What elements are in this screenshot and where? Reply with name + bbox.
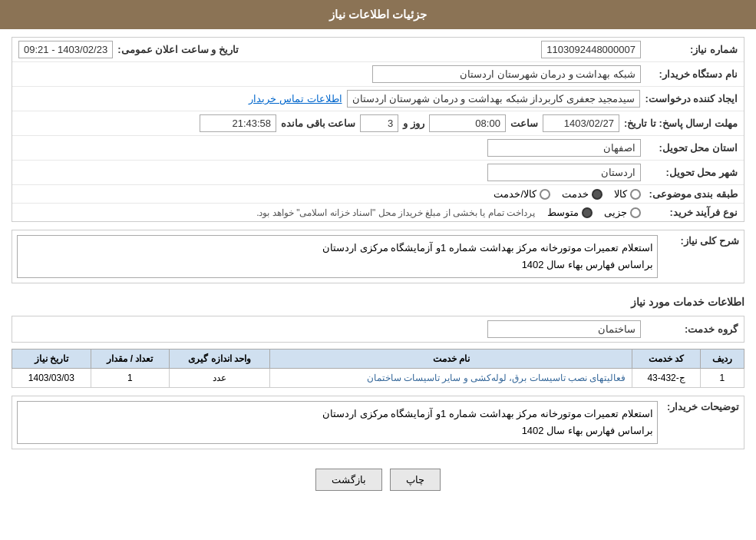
cell-kod-khadamat: ج-432-43 (632, 369, 700, 388)
ijad-konande-label: ایجاد کننده درخواست: (645, 93, 738, 104)
radio-motavas-label: متوسط (547, 207, 579, 218)
radio-khadamat-circle (592, 189, 602, 200)
tarikh-value: 1403/02/23 - 09:21 (18, 41, 113, 58)
table-row: 1 ج-432-43 فعالیتهای نصب تاسیسات برق، لو… (12, 369, 744, 388)
sharh-koli-line2: براساس فهارس بهاء سال 1402 (21, 257, 653, 273)
button-row: چاپ بازگشت (12, 457, 744, 502)
row-shahr: شهر محل تحویل: اردستان (12, 161, 744, 185)
tarikh-label: تاریخ و ساعت اعلان عمومی: (117, 44, 239, 55)
radio-jozii: جزیی (604, 207, 641, 218)
tabeband-label: طبقه بندی موضوعی: (645, 188, 738, 200)
row-namdastgah: نام دستگاه خریدار: شبکه بهداشت و درمان ش… (12, 62, 744, 87)
main-content: شماره نیاز: 1103092448000007 تاریخ و ساع… (0, 29, 756, 510)
table-header-row: ردیف کد خدمت نام خدمت واحد اندازه گیری ت… (12, 350, 744, 369)
radio-motavas: متوسط (547, 207, 593, 218)
radio-jozii-label: جزیی (604, 207, 627, 218)
mohlat-label: مهلت ارسال پاسخ: تا تاریخ: (624, 118, 738, 129)
radio-kala-khadamat-circle (540, 189, 550, 200)
noe-farayand-label: نوع فرآیند خرید: (645, 207, 738, 218)
row-mohlat: مهلت ارسال پاسخ: تا تاریخ: 1403/02/27 سا… (12, 111, 744, 136)
radio-khadamat-label: خدمت (562, 188, 589, 200)
shahr-label: شهر محل تحویل: (645, 167, 738, 178)
row-shomare-tarikh: شماره نیاز: 1103092448000007 تاریخ و ساع… (12, 38, 744, 62)
row-tabeband: طبقه بندی موضوعی: کالا خدمت کالا/خدمت (12, 185, 744, 204)
cell-tarikh: 1403/03/03 (12, 369, 91, 388)
page-wrapper: جزئیات اطلاعات نیاز شماره نیاز: 11030924… (0, 0, 756, 540)
services-table: ردیف کد خدمت نام خدمت واحد اندازه گیری ت… (12, 349, 744, 388)
radio-kala: کالا (614, 188, 641, 200)
cell-nam-khadamat: فعالیتهای نصب تاسیسات برق، لوله‌کشی و سا… (270, 369, 632, 388)
rooz-label: روز و (403, 118, 424, 129)
radio-kala-khadamat: کالا/خدمت (494, 188, 550, 200)
col-vahed: واحد اندازه گیری (170, 350, 270, 369)
col-kod-khadamat: کد خدمت (632, 350, 700, 369)
tozihat-section: توضیحات خریدار: استعلام تعمیرات موتورخان… (12, 396, 744, 449)
col-tedad: تعداد / مقدار (91, 350, 169, 369)
col-tarikh: تاریخ نیاز (12, 350, 91, 369)
tozihat-line2: براساس فهارس بهاء سال 1402 (21, 422, 653, 439)
noe-farayand-note: پرداخت تمام یا بخشی از مبلغ خریداز محل "… (256, 207, 535, 218)
radio-jozii-circle (630, 207, 641, 218)
mohlat-saat: 08:00 (429, 114, 506, 132)
page-header: جزئیات اطلاعات نیاز (0, 0, 756, 29)
sharh-koli-value: استعلام تعمیرات موتورخانه مرکز بهداشت شم… (17, 235, 658, 278)
services-table-section: ردیف کد خدمت نام خدمت واحد اندازه گیری ت… (12, 349, 744, 388)
cell-vahed: عدد (170, 369, 270, 388)
tozihat-line1: استعلام تعمیرات موتورخانه مرکز بهداشت شم… (21, 406, 653, 422)
noe-farayand-radio-group: جزیی متوسط (547, 207, 641, 218)
ijad-konande-link[interactable]: اطلاعات تماس خریدار (249, 93, 342, 104)
shahr-value: اردستان (487, 164, 641, 181)
col-radif: ردیف (700, 350, 744, 369)
sharh-koli-section: شرح کلی نیاز: استعلام تعمیرات موتورخانه … (12, 230, 744, 283)
page-title: جزئیات اطلاعات نیاز (329, 8, 427, 21)
saat-mande-label: ساعت باقی مانده (281, 118, 355, 129)
tozihat-value: استعلام تعمیرات موتورخانه مرکز بهداشت شم… (17, 401, 658, 444)
grohe-khadamat-value: ساختمان (487, 320, 641, 338)
shomare-niaz-value: 1103092448000007 (541, 41, 641, 58)
grohe-khadamat-label: گروه خدمت: (645, 323, 738, 335)
nam-dastgah-value: شبکه بهداشت و درمان شهرستان اردستان (372, 65, 641, 83)
ostan-value: اصفهان (487, 139, 641, 157)
shomare-niaz-label: شماره نیاز: (645, 44, 738, 55)
saat-label: ساعت (510, 118, 538, 129)
khadamat-section-title: اطلاعات خدمات مورد نیاز (12, 291, 744, 313)
sharh-koli-line1: استعلام تعمیرات موتورخانه مرکز بهداشت شم… (21, 240, 653, 257)
col-nam-khadamat: نام خدمت (270, 350, 632, 369)
radio-motavas-circle (582, 207, 593, 218)
radio-kala-label: کالا (614, 188, 627, 200)
mohlat-date: 1403/02/27 (543, 114, 619, 132)
sharh-koli-label: شرح کلی نیاز: (662, 235, 739, 247)
saat-mande-value: 21:43:58 (200, 114, 276, 132)
row-noe-farayand: نوع فرآیند خرید: جزیی متوسط پرداخت تمام … (12, 204, 744, 221)
radio-khadamat: خدمت (562, 188, 602, 200)
back-button[interactable]: بازگشت (315, 469, 382, 491)
ostan-label: استان محل تحویل: (645, 142, 738, 154)
radio-kala-circle (630, 189, 641, 200)
info-form-section: شماره نیاز: 1103092448000007 تاریخ و ساع… (12, 37, 744, 222)
row-ijadkonande: ایجاد کننده درخواست: سیدمجید جعفری کاربر… (12, 87, 744, 111)
grohe-khadamat-row: گروه خدمت: ساختمان (12, 316, 744, 343)
tabeband-radio-group: کالا خدمت کالا/خدمت (494, 188, 641, 200)
tozihat-label: توضیحات خریدار: (662, 401, 739, 412)
mohlat-rooz: 3 (360, 114, 398, 132)
print-button[interactable]: چاپ (390, 469, 441, 491)
radio-kala-khadamat-label: کالا/خدمت (494, 188, 536, 200)
nam-dastgah-label: نام دستگاه خریدار: (645, 68, 738, 80)
row-ostan: استان محل تحویل: اصفهان (12, 136, 744, 161)
cell-radif: 1 (700, 369, 744, 388)
ijad-konande-value: سیدمجید جعفری کاربرداز شبکه بهداشت و درم… (347, 90, 641, 108)
cell-tedad: 1 (91, 369, 169, 388)
